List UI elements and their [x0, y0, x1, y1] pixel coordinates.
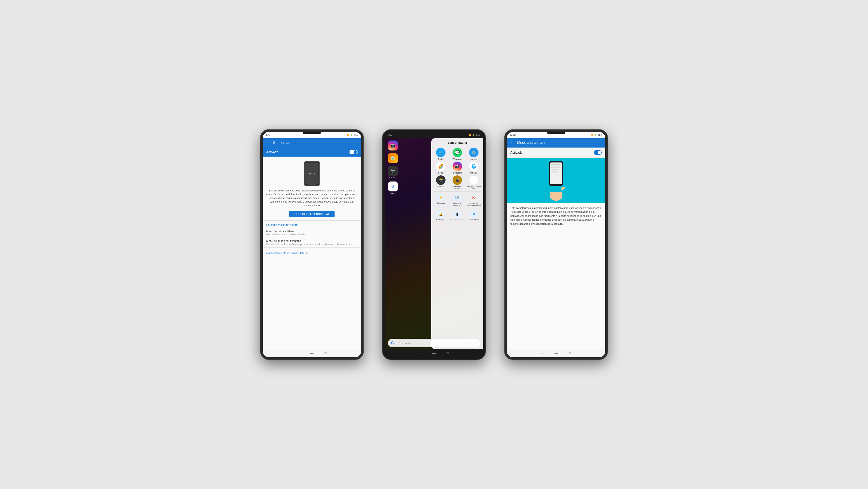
- left-app-camera[interactable]: 📷 Cámara: [387, 166, 399, 179]
- multiwindow-icon: ⊞: [470, 210, 478, 219]
- bottom-onehand[interactable]: 📱 Modo a una mano: [450, 210, 465, 221]
- mini-phone-dots: [309, 184, 315, 185]
- phone1-status-icons: 📶 🔋 42%: [347, 134, 358, 136]
- phone2-nav-home[interactable]: —: [432, 351, 436, 355]
- bottom-multiwindow[interactable]: ⊞ Multiventana: [466, 210, 482, 221]
- bottom-notif[interactable]: 🔔 Notificación: [433, 210, 449, 221]
- camera-icon: 📷: [388, 166, 398, 176]
- phone3-nav-recent[interactable]: □: [567, 351, 572, 355]
- toggle-bluetooth-label: Bluetooth: [437, 202, 445, 204]
- rotate-icon: 🔄: [453, 194, 461, 202]
- google-icon: G: [388, 181, 398, 192]
- instagram-side-icon: 📷: [453, 162, 462, 171]
- left-app-gallery[interactable]: 🖼️: [387, 153, 399, 163]
- phone1-menu-item1-title: Menú de Sensor lateral: [266, 230, 358, 233]
- phone3-time: 13:28: [510, 134, 516, 136]
- svg-rect-3: [551, 166, 559, 167]
- side-app-fotos-label: Fotos: [438, 172, 443, 174]
- phone3-content: Activado: [507, 147, 605, 349]
- chrome-app-icon: 🌐: [469, 162, 478, 171]
- svg-rect-5: [551, 169, 558, 170]
- phone1-activated-row: Activado: [263, 147, 361, 156]
- google-g-icon: G: [391, 341, 394, 345]
- svg-point-11: [560, 186, 565, 190]
- side-app-whatsapp[interactable]: 💬 WhatsApp: [450, 148, 465, 160]
- more-apps-icon: ···: [469, 175, 478, 185]
- phone3-notch: [547, 132, 565, 134]
- phone1-nav-back[interactable]: ‹: [296, 351, 301, 355]
- phone3-activated-row: Activado: [507, 147, 605, 158]
- phone1-section-comportamiento[interactable]: Comportamiento de Sensor lateral: [263, 249, 361, 256]
- phone3-description: Esta característica le permite reducir l…: [507, 203, 605, 349]
- phone1-menu-item2-title: Menú del modo multiventana: [266, 239, 358, 242]
- side-app-whatsapp-label: WhatsApp: [453, 158, 462, 160]
- camara-side-icon: 📸: [436, 175, 445, 185]
- side-app-instagram[interactable]: 📷 Instagram: [450, 162, 465, 174]
- svg-rect-4: [551, 167, 560, 168]
- side-app-twitter-label: Twitter: [438, 158, 444, 160]
- phone3-signal-icon: 📶: [591, 134, 593, 136]
- phone1-menu-item1[interactable]: Menú de Sensor lateral Personalice las a…: [263, 228, 361, 238]
- phone2-notch: [425, 132, 443, 134]
- phone1-nav-bar: ‹ — □: [263, 349, 361, 357]
- side-app-cinema-pro-label: Cinema Pro PCMark: [450, 185, 465, 190]
- phone2-nav-recent[interactable]: □: [445, 351, 450, 355]
- side-app-chrome[interactable]: 🌐 Chrome: [466, 162, 482, 174]
- toggle-rotate[interactable]: 🔄 Girar auto-máticamente: [450, 194, 465, 206]
- phone1-battery: 42%: [353, 134, 358, 136]
- phone1: 13:27 📶 🔋 42% ← Sensor lateral Activado …: [260, 129, 364, 360]
- side-app-more[interactable]: ··· Más apps Cinema Pro: [466, 175, 482, 190]
- phone3-back-btn[interactable]: ←: [510, 141, 514, 145]
- phone1-nav-home[interactable]: —: [310, 351, 314, 355]
- side-app-more-label: Más apps Cinema Pro: [466, 185, 482, 190]
- toggle-bluetooth[interactable]: ⚡ Bluetooth: [433, 194, 449, 206]
- bottom-notif-label: Notificación: [436, 219, 445, 221]
- phone3-nav-home[interactable]: —: [554, 351, 558, 355]
- side-app-twitter[interactable]: 🐦 Twitter: [433, 148, 448, 160]
- side-app-cinema-pro[interactable]: 🎬 Cinema Pro PCMark: [450, 175, 465, 190]
- side-panel-apps-row1: 🐦 Twitter 💬 WhatsApp ⚙️: [433, 148, 482, 160]
- phone1-back-btn[interactable]: ←: [266, 141, 270, 145]
- phone1-toggle[interactable]: [349, 150, 358, 154]
- bottom-onehand-label: Modo a una mano: [450, 219, 465, 221]
- phone1-nav-recent[interactable]: □: [323, 351, 328, 355]
- mini-phone-screen: 10:35: [305, 163, 318, 184]
- phone3-header-title: Modo a una mano: [517, 141, 546, 145]
- phone1-tutorial-btn[interactable]: PROBAR TUT. SENSOR LAT.: [289, 211, 335, 217]
- toggle-dnd[interactable]: 🚫 No molestar Multiventana 21.2: [466, 194, 482, 206]
- mini-phone: 10:35: [304, 161, 320, 186]
- notif-icon: 🔔: [437, 210, 445, 219]
- left-app-google[interactable]: G Google: [387, 181, 399, 194]
- phone3-nav-back[interactable]: ‹: [540, 351, 545, 355]
- phone3-status-icons: 📶 🔋 41%: [591, 134, 602, 136]
- phone2-nav-bar: ‹ — □: [385, 349, 483, 357]
- phone2-screen: 📷 🖼️ 📷 Cámara: [385, 138, 483, 349]
- phone1-notch: [303, 132, 321, 134]
- phone3: 13:28 📶 🔋 41% ← Modo a una mano Activado: [504, 129, 608, 360]
- phone3-illustration: [507, 158, 605, 203]
- phone1-time: 13:27: [266, 134, 272, 136]
- svg-rect-7: [551, 172, 557, 173]
- phone3-nav-bar: ‹ — □: [507, 349, 605, 357]
- mini-phone-time: 10:35: [309, 172, 315, 175]
- bluetooth-icon: ⚡: [437, 194, 445, 202]
- phone2-nav-back[interactable]: ‹: [418, 351, 423, 355]
- phone3-desc-text: Esta característica le permite reducir l…: [510, 207, 602, 225]
- phone3-battery: 41%: [598, 134, 602, 136]
- dnd-icon: 🚫: [470, 194, 478, 202]
- phone3-battery-icon: 🔋: [594, 134, 597, 136]
- gallery-icon: 🖼️: [388, 153, 398, 163]
- side-app-camara[interactable]: 📸 Cámara: [433, 175, 448, 190]
- side-app-ajustes-label: Ajustes: [471, 158, 477, 160]
- phone1-menu-item2[interactable]: Menú del modo multiventana Este menú div…: [263, 238, 361, 247]
- phone2: 9:37 📶 🔋 48% 📷: [382, 129, 486, 360]
- phone2-status-icons: 📶 🔋 48%: [469, 134, 480, 136]
- phone3-toggle[interactable]: [594, 150, 602, 155]
- side-panel-title: Sensor lateral: [433, 141, 482, 146]
- left-app-instagram[interactable]: 📷: [387, 141, 399, 150]
- phone1-content: 10:35 Los sensores laterales de la panta…: [263, 156, 361, 349]
- phone2-content: 📷 🖼️ 📷 Cámara: [385, 138, 483, 349]
- svg-rect-6: [551, 171, 560, 172]
- side-app-fotos[interactable]: 🌈 Fotos: [433, 162, 448, 174]
- side-app-ajustes[interactable]: ⚙️ Ajustes: [466, 148, 482, 160]
